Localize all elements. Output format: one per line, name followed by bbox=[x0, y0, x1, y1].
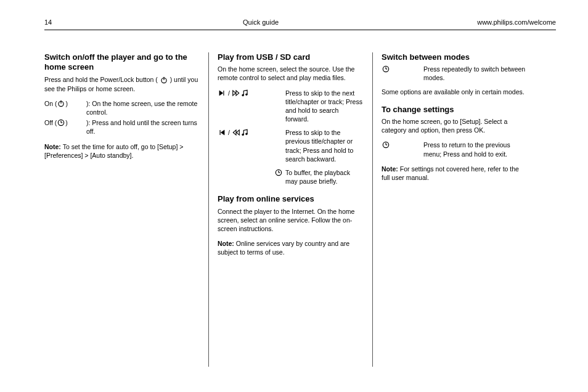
col1-row-off-text: ): Press and hold until the screen turns… bbox=[86, 118, 200, 136]
clock-icon bbox=[382, 141, 390, 149]
column-1: Switch on/off the player and go to the h… bbox=[44, 52, 208, 367]
col3-row-back: Press to return to the previous menu; Pr… bbox=[382, 141, 528, 158]
clock-icon bbox=[57, 118, 65, 127]
page-header: 14 Quick guide www.philips.com/welcome bbox=[44, 18, 556, 30]
svg-point-18 bbox=[245, 133, 247, 135]
col2-body-1: On the home screen, select the source. U… bbox=[218, 65, 364, 82]
col1-heading: Switch on/off the player and go to the h… bbox=[44, 52, 200, 73]
col1-row-on: On ( ) ): On the home screen, use the re… bbox=[44, 99, 200, 116]
fast-forward-icon bbox=[232, 89, 240, 97]
svg-marker-10 bbox=[236, 91, 239, 96]
svg-marker-9 bbox=[233, 91, 236, 96]
col2-heading-2: Play from online services bbox=[218, 194, 364, 204]
note-prefix: Note: bbox=[218, 240, 236, 247]
skip-forward-icon bbox=[218, 89, 226, 97]
skip-back-icon bbox=[218, 128, 226, 137]
music-note-icon bbox=[240, 128, 249, 137]
col3-note-text: For settings not covered here, refer to … bbox=[382, 165, 519, 181]
col3-body-1: Some options are available only in certa… bbox=[382, 88, 528, 96]
note-prefix: Note: bbox=[382, 165, 400, 173]
col2-heading-1: Play from USB / SD card bbox=[218, 52, 364, 62]
svg-point-17 bbox=[242, 134, 243, 136]
page-number: 14 bbox=[44, 18, 52, 26]
header-rule bbox=[44, 30, 556, 30]
col2-row-fwd-text: Press to skip to the next title/chapter … bbox=[285, 89, 364, 124]
col1-row-on-text: ): On the home screen, use the remote co… bbox=[86, 99, 200, 116]
svg-point-11 bbox=[242, 94, 243, 96]
col1-row-off-lead: Off ( bbox=[44, 118, 57, 127]
col2-row-clock: To buffer, the playback may pause briefl… bbox=[218, 168, 364, 186]
header-url: www.philips.com/welcome bbox=[477, 18, 556, 26]
col1-body: Press and hold the Power/Lock button ( )… bbox=[44, 75, 200, 93]
col3-body-2: On the home screen, go to [Setup]. Selec… bbox=[382, 117, 528, 134]
note-prefix: Note: bbox=[44, 143, 63, 150]
clock-icon bbox=[382, 65, 390, 73]
svg-marker-7 bbox=[219, 91, 223, 96]
col3-heading-1: Switch between modes bbox=[382, 52, 528, 62]
col2-row-fwd: / Press to skip to the next title/chapte… bbox=[218, 89, 364, 124]
col1-note: Note: To set the time for auto off, go t… bbox=[44, 142, 200, 160]
svg-marker-15 bbox=[236, 130, 239, 135]
col2-row-back-text: Press to skip to the previous title/chap… bbox=[285, 128, 364, 163]
col2-note-text: Online services vary by country and are … bbox=[218, 240, 349, 256]
svg-point-12 bbox=[245, 94, 247, 96]
col1-body-text-a: Press and hold the Power/Lock button ( bbox=[44, 76, 158, 83]
col1-row-off: Off ( ) ): Press and hold until the scre… bbox=[44, 118, 200, 136]
power-icon bbox=[57, 99, 65, 108]
col3-row-modes: Press repeatedly to switch between modes… bbox=[382, 65, 528, 82]
col2-body-2: Connect the player to the Internet. On t… bbox=[218, 207, 364, 234]
col1-note-text: To set the time for auto off, go to [Set… bbox=[44, 143, 183, 159]
rewind-icon bbox=[232, 128, 240, 137]
header-title: Quick guide bbox=[243, 18, 279, 26]
svg-marker-13 bbox=[221, 130, 224, 135]
music-note-icon bbox=[240, 89, 249, 97]
power-icon bbox=[160, 76, 168, 84]
col3-row-modes-text: Press repeatedly to switch between modes… bbox=[423, 65, 528, 82]
column-3: Switch between modes Press repeatedly to… bbox=[372, 52, 536, 367]
col2-note: Note: Online services vary by country an… bbox=[218, 239, 364, 256]
col2-row-clock-text: To buffer, the playback may pause briefl… bbox=[285, 168, 364, 186]
clock-icon bbox=[274, 168, 283, 177]
col3-row-back-text: Press to return to the previous menu; Pr… bbox=[423, 141, 528, 158]
col2-row-back: / Press to skip to the previous title/ch… bbox=[218, 128, 364, 163]
column-2: Play from USB / SD card On the home scre… bbox=[208, 52, 372, 367]
svg-marker-16 bbox=[233, 130, 236, 135]
col3-note: Note: For settings not covered here, ref… bbox=[382, 165, 528, 182]
col3-heading-2: To change settings bbox=[382, 105, 528, 115]
col1-row-on-lead: On ( bbox=[44, 99, 57, 108]
